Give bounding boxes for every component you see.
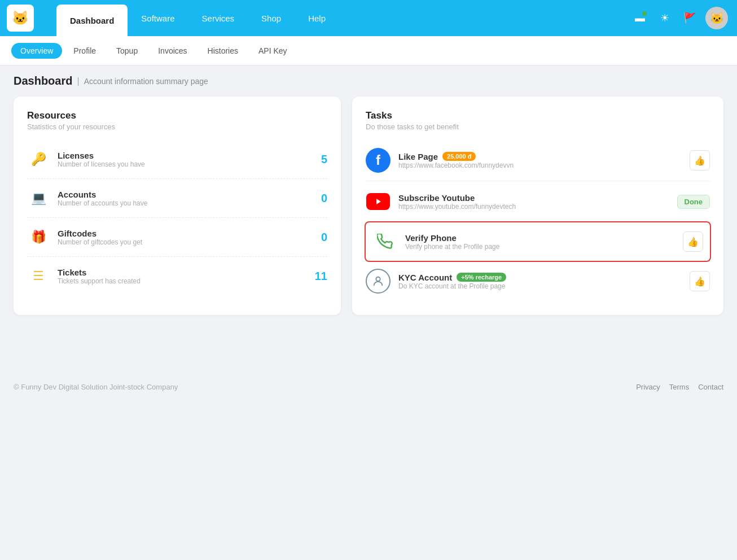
subscribe-youtube-desc: https://www.youtube.com/funnydevtech bbox=[398, 203, 669, 211]
licenses-count: 5 bbox=[310, 153, 327, 166]
footer-links: Privacy Terms Contact bbox=[636, 383, 723, 391]
flag-icon[interactable]: 🚩 bbox=[681, 9, 699, 27]
nav-item-help[interactable]: Help bbox=[295, 0, 339, 36]
footer-contact-link[interactable]: Contact bbox=[698, 383, 723, 391]
svg-marker-0 bbox=[376, 199, 381, 204]
logo-area[interactable]: 🐱 bbox=[0, 0, 56, 36]
breadcrumb-subtitle: Account information summary page bbox=[84, 77, 208, 86]
kyc-icon bbox=[366, 269, 391, 294]
resource-row-licenses: 🔑 Licenses Number of licenses you have 5 bbox=[27, 140, 327, 179]
subscribe-youtube-label: Subscribe Youtube bbox=[398, 193, 475, 203]
giftcodes-count: 0 bbox=[310, 231, 327, 244]
breadcrumb: Dashboard | Account information summary … bbox=[0, 65, 737, 92]
svg-point-1 bbox=[376, 277, 380, 281]
facebook-icon: f bbox=[366, 148, 391, 173]
verify-phone-label: Verify Phone bbox=[405, 233, 457, 243]
tickets-count: 11 bbox=[310, 270, 327, 283]
footer-privacy-link[interactable]: Privacy bbox=[636, 383, 660, 391]
resource-row-tickets: ☰ Tickets Tickets support has created 11 bbox=[27, 257, 327, 295]
resources-title: Resources bbox=[27, 110, 327, 121]
tickets-icon: ☰ bbox=[27, 265, 50, 287]
resource-row-accounts: 💻 Accounts Number of accounts you have 0 bbox=[27, 179, 327, 218]
nav-item-shop[interactable]: Shop bbox=[248, 0, 295, 36]
tasks-card: Tasks Do those tasks to get benefit f Li… bbox=[352, 97, 723, 315]
online-status-dot bbox=[642, 11, 647, 16]
licenses-name: Licenses bbox=[58, 151, 302, 160]
verify-phone-desc: Verify phone at the Profile page bbox=[405, 243, 675, 251]
breadcrumb-separator: | bbox=[77, 76, 79, 86]
sub-nav: Overview Profile Topup Invoices Historie… bbox=[0, 36, 737, 65]
task-row-verify-phone: Verify Phone Verify phone at the Profile… bbox=[365, 221, 711, 262]
top-nav: 🐱 Dashboard Software Services Shop Help … bbox=[0, 0, 737, 36]
footer: © Funny Dev Digital Solution Joint-stock… bbox=[0, 374, 737, 400]
tasks-title: Tasks bbox=[366, 110, 710, 121]
like-page-desc: https://www.facebook.com/funnydevvn bbox=[398, 161, 682, 169]
giftcodes-icon: 🎁 bbox=[27, 226, 50, 248]
tickets-desc: Tickets support has created bbox=[58, 277, 302, 285]
task-row-subscribe-youtube: Subscribe Youtube https://www.youtube.co… bbox=[366, 181, 710, 222]
nav-item-dashboard[interactable]: Dashboard bbox=[56, 5, 128, 36]
like-page-label: Like Page bbox=[398, 152, 438, 161]
giftcodes-name: Giftcodes bbox=[58, 229, 302, 238]
resources-card: Resources Statistics of your resources 🔑… bbox=[14, 97, 341, 315]
subnav-topup[interactable]: Topup bbox=[107, 43, 147, 59]
licenses-icon: 🔑 bbox=[27, 148, 50, 170]
accounts-desc: Number of accounts you have bbox=[58, 199, 302, 207]
task-row-like-page: f Like Page 25,000 đ https://www.faceboo… bbox=[366, 140, 710, 181]
subnav-invoices[interactable]: Invoices bbox=[149, 43, 196, 59]
like-page-badge: 25,000 đ bbox=[442, 152, 476, 161]
youtube-icon bbox=[366, 189, 391, 214]
licenses-desc: Number of licenses you have bbox=[58, 160, 302, 168]
nav-right: ▬ ☀ 🚩 🐱 bbox=[622, 0, 737, 36]
like-page-action[interactable]: 👍 bbox=[690, 150, 710, 170]
logo-icon: 🐱 bbox=[7, 5, 34, 32]
sun-icon[interactable]: ☀ bbox=[656, 9, 674, 27]
tasks-subtitle: Do those tasks to get benefit bbox=[366, 123, 710, 131]
accounts-name: Accounts bbox=[58, 190, 302, 199]
footer-terms-link[interactable]: Terms bbox=[669, 383, 689, 391]
subnav-profile[interactable]: Profile bbox=[64, 43, 105, 59]
subnav-histories[interactable]: Histories bbox=[199, 43, 247, 59]
subnav-overview[interactable]: Overview bbox=[11, 43, 62, 59]
phone-icon bbox=[372, 229, 397, 254]
giftcodes-desc: Number of giftcodes you get bbox=[58, 238, 302, 246]
accounts-icon: 💻 bbox=[27, 187, 50, 209]
tickets-name: Tickets bbox=[58, 268, 302, 277]
resources-subtitle: Statistics of your resources bbox=[27, 123, 327, 131]
nav-item-services[interactable]: Services bbox=[188, 0, 248, 36]
subscribe-youtube-done-button[interactable]: Done bbox=[677, 195, 710, 209]
kyc-account-action[interactable]: 👍 bbox=[690, 271, 710, 291]
footer-copyright: © Funny Dev Digital Solution Joint-stock… bbox=[14, 383, 178, 391]
resource-row-giftcodes: 🎁 Giftcodes Number of giftcodes you get … bbox=[27, 218, 327, 257]
avatar[interactable]: 🐱 bbox=[705, 7, 728, 29]
nav-items: Dashboard Software Services Shop Help bbox=[56, 0, 339, 36]
subnav-apikey[interactable]: API Key bbox=[249, 43, 296, 59]
task-row-kyc-account: KYC Account +5% recharge Do KYC account … bbox=[366, 261, 710, 301]
kyc-account-label: KYC Account bbox=[398, 273, 452, 282]
kyc-account-desc: Do KYC account at the Profile page bbox=[398, 282, 682, 290]
nav-item-software[interactable]: Software bbox=[128, 0, 188, 36]
verify-phone-action[interactable]: 👍 bbox=[683, 231, 703, 252]
page-title: Dashboard bbox=[14, 75, 72, 88]
main-content: Resources Statistics of your resources 🔑… bbox=[0, 92, 737, 329]
kyc-account-badge: +5% recharge bbox=[457, 273, 506, 282]
monitor-icon[interactable]: ▬ bbox=[631, 9, 649, 27]
accounts-count: 0 bbox=[310, 192, 327, 205]
